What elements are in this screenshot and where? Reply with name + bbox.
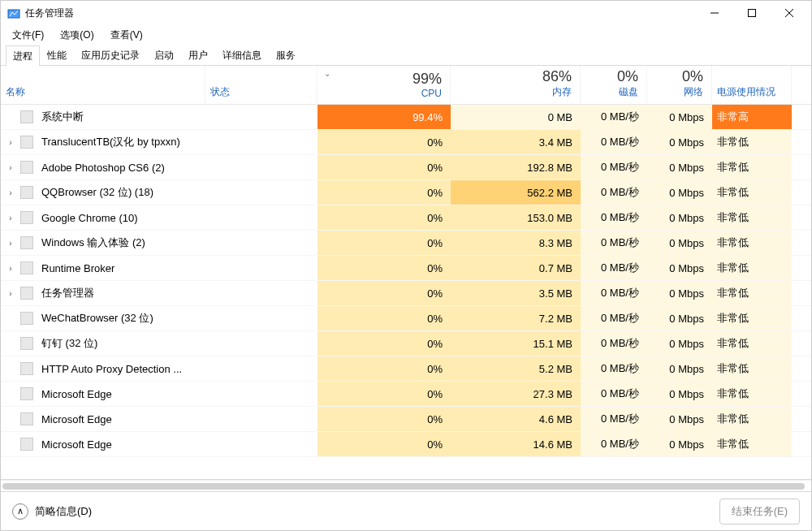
menu-options[interactable]: 选项(O) <box>55 27 98 44</box>
process-power-cell: 非常低 <box>712 356 792 381</box>
process-name-cell: ›Adobe Photoshop CS6 (2) <box>1 155 205 179</box>
process-disk-cell: 0 MB/秒 <box>581 306 647 330</box>
expand-icon[interactable]: › <box>4 264 17 273</box>
table-row[interactable]: Microsoft Edge0%14.6 MB0 MB/秒0 Mbps非常低 <box>1 432 811 457</box>
process-name-cell: ›Windows 输入体验 (2) <box>1 231 205 255</box>
process-network-cell: 0 Mbps <box>647 256 712 280</box>
tab-startup[interactable]: 启动 <box>147 45 181 66</box>
tab-apphistory[interactable]: 应用历史记录 <box>74 45 147 66</box>
expand-icon[interactable]: › <box>4 289 17 298</box>
title-bar: 任务管理器 <box>1 1 811 25</box>
process-cpu-cell: 0% <box>317 155 451 179</box>
process-memory-cell: 8.3 MB <box>451 231 581 255</box>
process-power-cell: 非常低 <box>712 180 792 205</box>
process-memory-cell: 153.0 MB <box>451 205 581 230</box>
table-row[interactable]: ›QQBrowser (32 位) (18)0%562.2 MB0 MB/秒0 … <box>1 180 811 205</box>
process-name-cell: ›Google Chrome (10) <box>1 205 205 230</box>
expand-icon[interactable]: › <box>4 239 17 248</box>
process-network-cell: 0 Mbps <box>647 205 712 230</box>
table-row[interactable]: ›Adobe Photoshop CS6 (2)0%192.8 MB0 MB/秒… <box>1 155 811 180</box>
process-network-cell: 0 Mbps <box>647 407 712 431</box>
process-icon <box>20 186 33 199</box>
expand-icon[interactable]: › <box>4 188 17 197</box>
process-network-cell: 0 Mbps <box>647 180 712 205</box>
close-button[interactable] <box>771 1 808 25</box>
table-row[interactable]: Microsoft Edge0%27.3 MB0 MB/秒0 Mbps非常低 <box>1 382 811 407</box>
process-network-cell: 0 Mbps <box>647 356 712 381</box>
table-row[interactable]: Microsoft Edge0%4.6 MB0 MB/秒0 Mbps非常低 <box>1 407 811 432</box>
chevron-up-icon: ∧ <box>12 503 28 520</box>
menu-view[interactable]: 查看(V) <box>106 27 148 44</box>
expand-icon[interactable]: › <box>4 163 17 172</box>
process-table: 名称 状态 ⌄ 99% CPU 86% 内存 0% <box>1 66 811 457</box>
process-name-cell: ›Runtime Broker <box>1 256 205 280</box>
end-task-button[interactable]: 结束任务(E) <box>719 499 800 525</box>
column-header-disk[interactable]: 0% 磁盘 <box>581 66 647 104</box>
table-row[interactable]: HTTP Auto Proxy Detection ...0%5.2 MB0 M… <box>1 356 811 382</box>
maximize-button[interactable] <box>733 1 771 25</box>
process-cpu-cell: 0% <box>317 382 451 406</box>
expand-icon[interactable]: › <box>4 214 17 222</box>
tab-details[interactable]: 详细信息 <box>215 45 269 66</box>
process-cpu-cell: 0% <box>317 256 451 280</box>
status-bar: ∧ 简略信息(D) 结束任务(E) <box>1 491 811 530</box>
minimize-button[interactable] <box>696 1 733 25</box>
column-header-power[interactable]: 电源使用情况 <box>712 66 792 104</box>
process-disk-cell: 0 MB/秒 <box>581 407 647 431</box>
process-name-label: 系统中断 <box>41 110 84 124</box>
column-header-memory[interactable]: 86% 内存 <box>451 66 581 104</box>
process-cpu-cell: 0% <box>317 432 451 456</box>
table-row[interactable]: 系统中断99.4%0 MB0 MB/秒0 Mbps非常高 <box>1 105 811 130</box>
process-memory-cell: 0.7 MB <box>451 256 581 280</box>
process-memory-cell: 15.1 MB <box>451 331 581 356</box>
process-name-label: Microsoft Edge <box>41 413 112 425</box>
process-icon <box>20 236 33 249</box>
tab-performance[interactable]: 性能 <box>40 45 74 66</box>
process-cpu-cell: 0% <box>317 356 451 381</box>
menu-bar: 文件(F) 选项(O) 查看(V) <box>1 25 811 45</box>
process-name-cell: ›TranslucentTB(汉化 by tpxxn) <box>1 130 205 154</box>
table-row[interactable]: ›Google Chrome (10)0%153.0 MB0 MB/秒0 Mbp… <box>1 205 811 231</box>
column-header-status[interactable]: 状态 <box>205 66 317 104</box>
table-row[interactable]: 钉钉 (32 位)0%15.1 MB0 MB/秒0 Mbps非常低 <box>1 331 811 356</box>
process-disk-cell: 0 MB/秒 <box>581 356 647 381</box>
tab-services[interactable]: 服务 <box>269 45 303 66</box>
process-table-scroll[interactable]: 名称 状态 ⌄ 99% CPU 86% 内存 0% <box>1 66 811 480</box>
process-disk-cell: 0 MB/秒 <box>581 331 647 356</box>
process-power-cell: 非常低 <box>712 205 792 230</box>
process-memory-cell: 3.4 MB <box>451 130 581 154</box>
process-disk-cell: 0 MB/秒 <box>581 231 647 255</box>
process-name-cell: 系统中断 <box>1 105 205 129</box>
process-status-cell <box>205 256 317 280</box>
process-cpu-cell: 0% <box>317 205 451 230</box>
process-memory-cell: 3.5 MB <box>451 281 581 305</box>
table-row[interactable]: ›Windows 输入体验 (2)0%8.3 MB0 MB/秒0 Mbps非常低 <box>1 231 811 256</box>
process-icon <box>20 211 33 224</box>
tab-users[interactable]: 用户 <box>181 45 215 66</box>
menu-file[interactable]: 文件(F) <box>7 27 49 44</box>
process-network-cell: 0 Mbps <box>647 105 712 129</box>
column-header-cpu[interactable]: ⌄ 99% CPU <box>317 66 451 104</box>
column-header-name[interactable]: 名称 <box>1 66 205 104</box>
process-name-cell: Microsoft Edge <box>1 432 205 456</box>
process-power-cell: 非常低 <box>712 382 792 406</box>
table-row[interactable]: WeChatBrowser (32 位)0%7.2 MB0 MB/秒0 Mbps… <box>1 306 811 331</box>
process-status-cell <box>205 281 317 305</box>
table-row[interactable]: ›Runtime Broker0%0.7 MB0 MB/秒0 Mbps非常低 <box>1 256 811 281</box>
table-row[interactable]: ›任务管理器0%3.5 MB0 MB/秒0 Mbps非常低 <box>1 281 811 306</box>
process-status-cell <box>205 407 317 431</box>
process-name-cell: WeChatBrowser (32 位) <box>1 306 205 330</box>
table-row[interactable]: ›TranslucentTB(汉化 by tpxxn)0%3.4 MB0 MB/… <box>1 130 811 155</box>
svg-rect-2 <box>749 10 756 17</box>
process-cpu-cell: 0% <box>317 180 451 205</box>
horizontal-scrollbar[interactable] <box>1 480 811 491</box>
process-power-cell: 非常低 <box>712 256 792 280</box>
process-icon <box>20 438 33 451</box>
process-name-label: 钉钉 (32 位) <box>41 336 97 351</box>
tab-processes[interactable]: 进程 <box>6 45 40 67</box>
fewer-details-toggle[interactable]: ∧ 简略信息(D) <box>12 503 92 520</box>
column-header-network[interactable]: 0% 网络 <box>647 66 712 104</box>
process-disk-cell: 0 MB/秒 <box>581 105 647 129</box>
process-power-cell: 非常高 <box>712 105 792 129</box>
expand-icon[interactable]: › <box>4 138 17 147</box>
